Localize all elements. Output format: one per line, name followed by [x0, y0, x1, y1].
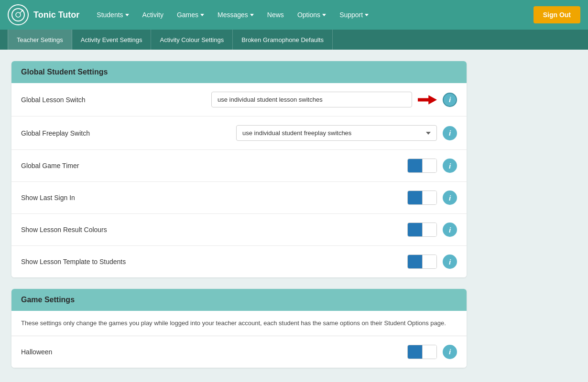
- sub-nav-activity-colour-settings[interactable]: Activity Colour Settings: [151, 30, 233, 50]
- nav-activity[interactable]: Activity: [137, 7, 169, 22]
- sub-nav-broken-gramophone[interactable]: Broken Gramophone Defaults: [233, 30, 333, 50]
- global-student-settings-header: Global Student Settings: [11, 61, 467, 83]
- nav-options[interactable]: Options: [292, 7, 332, 22]
- global-freeplay-switch-dropdown[interactable]: use individual student freeplay switches: [236, 125, 437, 141]
- toggle-off-side: [422, 223, 436, 236]
- show-lesson-template-row: Show Lesson Template to Students i: [11, 246, 467, 277]
- sign-out-button[interactable]: Sign Out: [534, 6, 580, 23]
- sub-nav-activity-event-settings[interactable]: Activity Event Settings: [72, 30, 152, 50]
- global-game-timer-toggle[interactable]: [407, 159, 437, 173]
- show-lesson-template-label: Show Lesson Template to Students: [21, 258, 203, 265]
- halloween-info[interactable]: i: [443, 345, 457, 359]
- game-settings-description: These settings only change the games you…: [11, 311, 467, 336]
- global-lesson-switch-control: use individual student lesson switches i: [203, 92, 457, 107]
- global-lesson-switch-label: Global Lesson Switch: [21, 96, 203, 104]
- halloween-label: Halloween: [21, 348, 203, 356]
- support-dropdown-arrow: [365, 14, 369, 16]
- toggle-on-side: [408, 255, 422, 268]
- global-student-settings-card: Global Student Settings Global Lesson Sw…: [11, 61, 467, 277]
- show-last-sign-in-control: i: [203, 191, 457, 205]
- sub-nav-teacher-settings[interactable]: Teacher Settings: [8, 30, 72, 50]
- halloween-row: Halloween i: [11, 336, 467, 368]
- show-lesson-template-toggle[interactable]: [407, 255, 437, 269]
- global-freeplay-switch-control: use individual student freeplay switches…: [203, 125, 457, 141]
- top-nav: Tonic Tutor Students Activity Games Mess…: [0, 0, 588, 30]
- toggle-on-side: [408, 159, 422, 172]
- red-arrow-annotation: [418, 93, 437, 107]
- nav-news[interactable]: News: [261, 7, 290, 22]
- global-freeplay-switch-label: Global Freeplay Switch: [21, 129, 203, 137]
- toggle-off-side: [422, 159, 436, 172]
- global-game-timer-label: Global Game Timer: [21, 162, 203, 170]
- nav-items: Students Activity Games Messages News Op…: [91, 7, 533, 22]
- show-lesson-result-colours-label: Show Lesson Result Colours: [21, 226, 203, 233]
- global-freeplay-switch-info[interactable]: i: [443, 126, 457, 140]
- toggle-on-side: [408, 223, 422, 236]
- nav-messages[interactable]: Messages: [212, 7, 260, 22]
- show-last-sign-in-info[interactable]: i: [443, 191, 457, 205]
- global-lesson-switch-info[interactable]: i: [443, 93, 457, 107]
- global-lesson-switch-row: Global Lesson Switch use individual stud…: [11, 83, 467, 117]
- show-lesson-result-colours-row: Show Lesson Result Colours i: [11, 214, 467, 246]
- main-content: Global Student Settings Global Lesson Sw…: [0, 50, 478, 382]
- toggle-off-side: [422, 191, 436, 204]
- toggle-on-side: [408, 191, 422, 204]
- messages-dropdown-arrow: [250, 14, 254, 16]
- nav-students[interactable]: Students: [91, 7, 134, 22]
- logo-area: Tonic Tutor: [8, 4, 79, 25]
- games-dropdown-arrow: [200, 14, 204, 16]
- logo-icon: [8, 4, 29, 25]
- show-last-sign-in-row: Show Last Sign In i: [11, 182, 467, 214]
- game-settings-card: Game Settings These settings only change…: [11, 289, 467, 368]
- show-last-sign-in-toggle[interactable]: [407, 191, 437, 205]
- global-lesson-switch-dropdown[interactable]: use individual student lesson switches: [211, 92, 412, 107]
- options-dropdown-arrow: [322, 14, 326, 16]
- show-lesson-result-colours-info[interactable]: i: [443, 223, 457, 237]
- show-lesson-template-info[interactable]: i: [443, 255, 457, 269]
- global-game-timer-control: i: [203, 159, 457, 173]
- global-game-timer-row: Global Game Timer i: [11, 150, 467, 182]
- sub-nav: Teacher Settings Activity Event Settings…: [0, 30, 588, 50]
- students-dropdown-arrow: [125, 14, 129, 16]
- toggle-on-side: [408, 345, 422, 359]
- global-freeplay-switch-row: Global Freeplay Switch use individual st…: [11, 117, 467, 150]
- svg-marker-4: [418, 95, 437, 105]
- show-lesson-result-colours-toggle[interactable]: [407, 223, 437, 237]
- svg-point-3: [22, 10, 23, 11]
- show-last-sign-in-label: Show Last Sign In: [21, 194, 203, 202]
- nav-games[interactable]: Games: [171, 7, 210, 22]
- toggle-off-side: [422, 255, 436, 268]
- halloween-toggle[interactable]: [407, 345, 437, 359]
- halloween-control: i: [203, 345, 457, 359]
- game-settings-header: Game Settings: [11, 289, 467, 311]
- toggle-off-side: [422, 345, 436, 359]
- global-game-timer-info[interactable]: i: [443, 159, 457, 173]
- app-title: Tonic Tutor: [33, 10, 79, 20]
- show-lesson-template-control: i: [203, 255, 457, 269]
- nav-support[interactable]: Support: [334, 7, 374, 22]
- freeplay-dropdown-arrow: [426, 132, 431, 135]
- show-lesson-result-colours-control: i: [203, 223, 457, 237]
